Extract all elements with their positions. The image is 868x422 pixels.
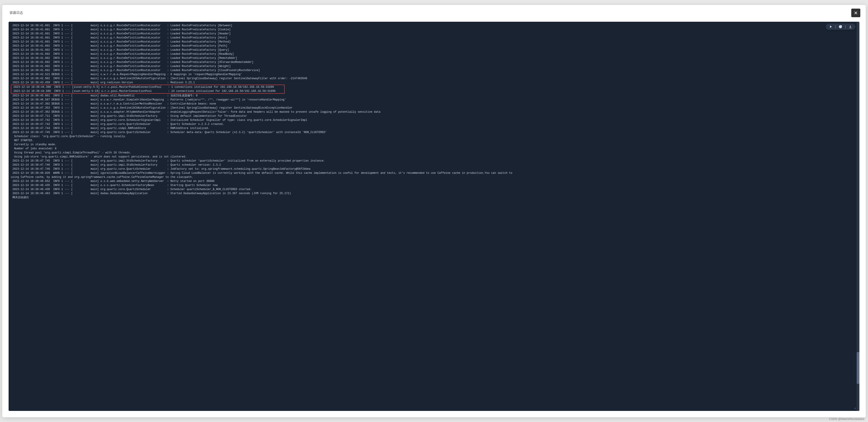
log-line: 2023-12-14 16:38:41.601 INFO 1 --- [ mai…	[11, 40, 857, 44]
log-line: 2023-12-14 16:38:41.601 INFO 1 --- [ mai…	[11, 28, 857, 32]
refresh-icon	[839, 25, 842, 29]
toolbar-divider: |	[835, 25, 836, 29]
log-line: 网关启动成功	[11, 196, 857, 200]
log-line: 2023-12-14 16:38:47.744 INFO 1 --- [ mai…	[11, 126, 857, 130]
log-line: 2023-12-14 16:38:47.745 INFO 1 --- [ mai…	[11, 130, 857, 134]
log-line: 2023-12-14 16:38:42.902 INFO 1 --- [ mai…	[11, 77, 857, 81]
log-line: 2023-12-14 16:38:44.300 INFO 1 --- [isso…	[12, 85, 284, 89]
scrollbar-thumb[interactable]	[857, 352, 860, 384]
log-line: 2023-12-14 16:38:47.353 INFO 1 --- [ mai…	[11, 106, 857, 110]
log-line: 2023-12-14 16:38:47.746 INFO 1 --- [ mai…	[11, 167, 857, 171]
log-line: NOT STARTED.	[11, 139, 857, 143]
log-line: 2023-12-14 16:38:41.602 INFO 1 --- [ mai…	[11, 44, 857, 48]
log-line: 2023-12-14 16:38:41.602 INFO 1 --- [ mai…	[11, 52, 857, 56]
log-line: 2023-12-14 16:38:48.028 WARN 1 --- [ mai…	[11, 171, 857, 175]
log-container: | | 2023-12-14 16:38:41.601 INFO 1 --- […	[8, 22, 860, 411]
log-line: Number of jobs executed: 0	[11, 147, 857, 151]
log-line: 2023-12-14 16:38:47.302 DEBUG 1 --- [ ma…	[11, 102, 857, 106]
log-line: 2023-12-14 16:38:48.652 INFO 1 --- [ mai…	[11, 179, 857, 183]
log-line: 2023-12-14 16:38:41.602 INFO 1 --- [ mai…	[11, 64, 857, 68]
log-line: 2023-12-14 16:38:41.602 INFO 1 --- [ mai…	[11, 48, 857, 52]
log-line: 2023-12-14 16:38:43.459 INFO 1 --- [ mai…	[11, 81, 857, 85]
log-line: 2023-12-14 16:38:41.601 INFO 1 --- [ mai…	[11, 36, 857, 40]
modal-header: 容器日志	[2, 5, 866, 20]
log-toolbar: | |	[826, 24, 855, 30]
toolbar-divider: |	[845, 25, 846, 29]
resize-handle[interactable]: ↗	[854, 407, 856, 410]
log-line: Using job-store 'org.quartz.simpl.RAMJob…	[11, 155, 857, 159]
log-line: 2023-12-14 16:38:47.711 INFO 1 --- [ mai…	[11, 114, 857, 118]
log-line: 2023-12-14 16:38:47.742 INFO 1 --- [ mai…	[11, 122, 857, 126]
log-line: 2023-12-14 16:38:41.601 INFO 1 --- [ mai…	[11, 32, 857, 36]
highlighted-block: 2023-12-14 16:38:44.300 INFO 1 --- [isso…	[11, 85, 285, 94]
play-button[interactable]	[829, 25, 833, 29]
log-line: 2023-12-14 16:38:47.745 INFO 1 --- [ mai…	[11, 159, 857, 163]
log-line: 2023-12-14 16:38:41.602 INFO 1 --- [ mai…	[11, 68, 857, 73]
log-line: 2023-12-14 16:38:42.521 DEBUG 1 --- [ ma…	[11, 73, 857, 77]
log-line: 2023-12-14 16:38:45.601 INFO 1 --- [ mai…	[11, 94, 857, 98]
play-icon	[829, 25, 833, 29]
log-line: 2023-12-14 16:38:41.602 INFO 1 --- [ mai…	[11, 60, 857, 64]
log-content[interactable]: 2023-12-14 16:38:41.601 INFO 1 --- [ mai…	[8, 22, 860, 411]
log-line: 2023-12-14 16:38:41.601 INFO 1 --- [ mai…	[11, 24, 857, 28]
log-line: Scheduler class: 'org.quartz.core.Quartz…	[11, 134, 857, 139]
modal-title: 容器日志	[9, 11, 23, 15]
log-line: 2023-12-14 16:38:41.602 INFO 1 --- [ mai…	[11, 56, 857, 60]
log-line: 2023-12-14 16:38:47.742 INFO 1 --- [ mai…	[11, 118, 857, 122]
log-line: Currently in standby mode.	[11, 143, 857, 147]
log-line: Using thread pool 'org.quartz.simpl.Simp…	[11, 151, 857, 155]
download-icon	[848, 25, 852, 29]
log-line: 2023-12-14 16:38:44.586 INFO 1 --- [sson…	[12, 89, 284, 93]
log-line: using Caffeine cache, by adding it and o…	[11, 175, 857, 179]
log-line: 2023-12-14 16:38:49.436 INFO 1 --- [ mai…	[11, 187, 857, 191]
watermark: CSDN @MatrixRevolutions	[829, 417, 864, 421]
log-modal: 容器日志 | | 2023-12-14 16:38	[2, 5, 866, 417]
log-line: 2023-12-14 16:38:49.463 INFO 1 --- [ mai…	[11, 191, 857, 196]
close-icon	[854, 11, 858, 15]
scrollbar-track[interactable]	[857, 22, 860, 411]
close-button[interactable]	[851, 8, 860, 17]
refresh-button[interactable]	[839, 25, 842, 29]
log-line: 2023-12-14 16:38:47.362 DEBUG 1 --- [ ma…	[11, 110, 857, 114]
download-button[interactable]	[848, 25, 852, 29]
log-line: 2023-12-14 16:38:47.746 INFO 1 --- [ mai…	[11, 163, 857, 167]
log-line: 2023-12-14 16:38:46.587 DEBUG 1 --- [ ma…	[11, 98, 857, 102]
log-line: 2023-12-14 16:38:49.435 INFO 1 --- [ mai…	[11, 183, 857, 187]
